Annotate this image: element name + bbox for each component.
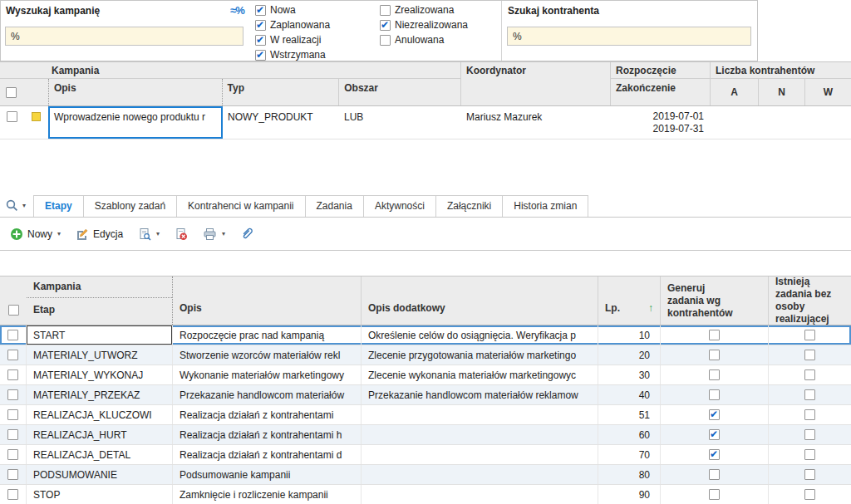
etapy-row[interactable]: MATERIALY_PRZEKAZ Przekazanie handlowcom… bbox=[0, 385, 851, 405]
etap-cell[interactable]: REALIZACJA_HURT bbox=[27, 425, 173, 444]
etapy-row[interactable]: REALIZACJA_HURT Realizacja działań z kon… bbox=[0, 425, 851, 445]
print-button[interactable]: ▾ bbox=[196, 223, 232, 245]
chevron-down-icon: ▾ bbox=[57, 230, 61, 237]
delete-button[interactable] bbox=[168, 223, 194, 245]
istnieja-checkbox[interactable] bbox=[804, 469, 815, 480]
status-filter-wstrzymana[interactable]: Wstrzymana bbox=[255, 49, 326, 61]
column-header-obszar[interactable]: Obszar bbox=[338, 79, 460, 105]
tab-szablony-zadan[interactable]: Szablony zadań bbox=[83, 195, 177, 217]
tab-kontrahenci-w-kampanii[interactable]: Kontrahenci w kampanii bbox=[176, 195, 305, 217]
magnifier-icon bbox=[5, 198, 19, 213]
istnieja-checkbox[interactable] bbox=[804, 489, 815, 500]
lp-cell: 30 bbox=[598, 365, 661, 384]
edit-button[interactable]: Edycja bbox=[69, 223, 130, 245]
tab-zalaczniki[interactable]: Załączniki bbox=[435, 195, 503, 217]
etap-cell[interactable]: START bbox=[27, 325, 173, 345]
column-header-lp[interactable]: Lp. ↑ bbox=[598, 276, 661, 325]
band-header-liczba-kontrahentow[interactable]: Liczba kontrahentów bbox=[711, 62, 851, 79]
etapy-row[interactable]: MATERIALY_UTWORZ Stworzenie wzorców mate… bbox=[0, 345, 851, 365]
row-checkbox[interactable] bbox=[7, 330, 18, 340]
row-checkbox[interactable] bbox=[7, 111, 17, 122]
contractor-search-input[interactable] bbox=[507, 27, 751, 46]
etap-cell[interactable]: PODSUMOWANIE bbox=[27, 465, 173, 484]
column-header-opis[interactable]: Opis bbox=[48, 79, 223, 105]
generuj-checkbox[interactable] bbox=[709, 369, 720, 380]
row-checkbox[interactable] bbox=[7, 409, 18, 420]
tab-zadania[interactable]: Zadania bbox=[305, 195, 364, 217]
campaign-search-input[interactable] bbox=[5, 27, 243, 46]
etap-cell[interactable]: REALIZACJA_DETAL bbox=[27, 445, 173, 464]
generuj-checkbox[interactable] bbox=[709, 429, 720, 440]
sort-ascending-icon: ↑ bbox=[648, 302, 653, 314]
generuj-checkbox[interactable] bbox=[709, 330, 720, 340]
column-header-opis-dodatkowy[interactable]: Opis dodatkowy bbox=[362, 276, 598, 325]
etap-cell[interactable]: STOP bbox=[27, 485, 173, 504]
generuj-checkbox[interactable] bbox=[709, 350, 720, 360]
status-filter-zaplanowana[interactable]: Zaplanowana bbox=[255, 19, 330, 31]
grid-search-tool-button[interactable]: ▾ bbox=[3, 197, 34, 217]
status-filter-niezrealizowana[interactable]: Niezrealizowana bbox=[380, 19, 468, 31]
row-checkbox[interactable] bbox=[7, 429, 18, 440]
etap-cell[interactable]: MATERIALY_PRZEKAZ bbox=[27, 385, 173, 404]
istnieja-checkbox[interactable] bbox=[804, 409, 815, 420]
etap-cell[interactable]: REALIZACJA_KLUCZOWI bbox=[27, 405, 173, 424]
tab-etapy[interactable]: Etapy bbox=[33, 195, 84, 217]
checkbox-icon bbox=[380, 5, 391, 16]
etapy-row[interactable]: STOP Zamknięcie i rozliczenie kampanii 9… bbox=[0, 485, 851, 504]
column-header-koordynator[interactable]: Koordynator bbox=[461, 62, 611, 105]
campaign-band-header[interactable]: Kampania bbox=[0, 62, 460, 79]
column-header-typ[interactable]: Typ bbox=[223, 79, 339, 105]
column-header-a[interactable]: A bbox=[711, 79, 758, 105]
tab-historia-zmian[interactable]: Historia zmian bbox=[502, 195, 588, 217]
new-button[interactable]: Nowy ▾ bbox=[3, 223, 67, 245]
row-checkbox[interactable] bbox=[7, 489, 18, 500]
column-header-generuj-zadania[interactable]: Generuj zadania wg kontrahentów bbox=[661, 276, 769, 325]
etapy-row[interactable]: PODSUMOWANIE Podsumowanie kampanii 80 bbox=[0, 465, 851, 485]
istnieja-cell bbox=[769, 325, 851, 345]
status-filter-anulowana[interactable]: Anulowana bbox=[380, 34, 444, 46]
preview-button[interactable]: ▾ bbox=[131, 223, 166, 245]
generuj-checkbox[interactable] bbox=[709, 389, 720, 400]
row-checkbox[interactable] bbox=[7, 350, 18, 360]
istnieja-checkbox[interactable] bbox=[804, 449, 815, 460]
etapy-row[interactable]: REALIZACJA_KLUCZOWI Realizacja działań z… bbox=[0, 405, 851, 425]
etapy-row[interactable]: START Rozpoczęcie prac nad kampanią Okre… bbox=[0, 325, 851, 345]
select-all-checkbox[interactable] bbox=[8, 305, 19, 316]
etapy-row[interactable]: REALIZACJA_DETAL Realizacja działań z ko… bbox=[0, 445, 851, 465]
status-filter-nowa[interactable]: Nowa bbox=[255, 4, 296, 16]
opis-cell: Przekazanie handlowcom materiałów bbox=[173, 385, 362, 404]
column-header-istnieja-zadania[interactable]: Istnieją zadania bez osoby realizującej bbox=[769, 276, 851, 325]
opis-cell: Zamknięcie i rozliczenie kampanii bbox=[173, 485, 362, 504]
column-header-w[interactable]: W bbox=[804, 79, 851, 105]
campaign-row[interactable]: Wprowadzenie nowego produktu r NOWY_PROD… bbox=[0, 106, 851, 139]
status-filter-zrealizowana[interactable]: Zrealizowana bbox=[380, 4, 454, 16]
generuj-checkbox[interactable] bbox=[709, 449, 720, 460]
row-checkbox[interactable] bbox=[7, 469, 18, 480]
istnieja-checkbox[interactable] bbox=[804, 369, 815, 380]
istnieja-checkbox[interactable] bbox=[804, 389, 815, 400]
column-header-rozpoczecie[interactable]: Rozpoczęcie bbox=[611, 62, 710, 79]
generuj-cell bbox=[661, 465, 769, 484]
attachment-button[interactable] bbox=[234, 223, 261, 245]
status-filter-w-realizacji[interactable]: W realizacji bbox=[255, 34, 321, 46]
column-header-zakonczenie[interactable]: Zakończenie bbox=[611, 79, 710, 97]
etap-cell[interactable]: MATERIALY_WYKONAJ bbox=[27, 365, 173, 384]
column-header-n[interactable]: N bbox=[758, 79, 804, 105]
generuj-checkbox[interactable] bbox=[709, 469, 720, 480]
row-checkbox[interactable] bbox=[7, 449, 18, 460]
campaign-opis-cell[interactable]: Wprowadzenie nowego produktu r bbox=[48, 106, 223, 139]
etap-cell[interactable]: MATERIALY_UTWORZ bbox=[27, 345, 173, 365]
istnieja-checkbox[interactable] bbox=[804, 429, 815, 440]
column-header-etap-group[interactable]: Kampania Etap bbox=[27, 276, 173, 325]
tab-aktywnosci[interactable]: Aktywności bbox=[363, 195, 436, 217]
istnieja-checkbox[interactable] bbox=[804, 330, 815, 340]
select-all-checkbox[interactable] bbox=[6, 87, 17, 98]
generuj-checkbox[interactable] bbox=[709, 409, 720, 420]
row-checkbox[interactable] bbox=[7, 389, 18, 400]
etapy-row[interactable]: MATERIALY_WYKONAJ Wykonanie materiałów m… bbox=[0, 365, 851, 385]
row-checkbox[interactable] bbox=[7, 369, 18, 380]
column-header-opis[interactable]: Opis bbox=[173, 276, 362, 325]
generuj-checkbox[interactable] bbox=[709, 489, 720, 500]
istnieja-checkbox[interactable] bbox=[804, 350, 815, 360]
filter-panel: Wyszukaj kampanię ≈% Nowa Zaplanowana W … bbox=[0, 0, 758, 61]
